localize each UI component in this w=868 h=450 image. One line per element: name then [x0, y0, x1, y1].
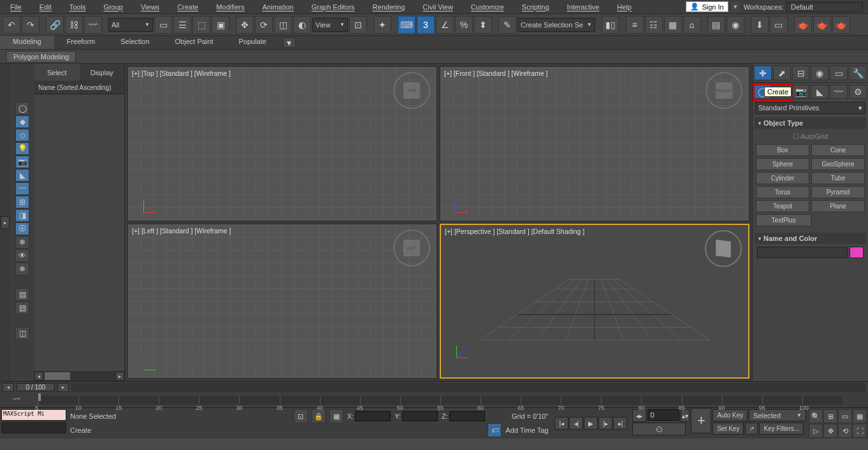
add-time-tag[interactable]: Add Time Tag	[505, 426, 548, 434]
time-tag-icon[interactable]: 🏷	[488, 423, 502, 437]
viewcube-persp[interactable]	[705, 230, 742, 267]
render-frame-button[interactable]: ▭	[770, 16, 788, 34]
use-pivot-center-button[interactable]: ⊡	[349, 16, 367, 34]
align-button[interactable]: ≡	[626, 16, 644, 34]
scene-name-header[interactable]: Name (Sorted Ascending)	[34, 82, 124, 94]
filter-groups-icon[interactable]: ⊞	[15, 196, 29, 208]
object-color-swatch[interactable]	[850, 247, 864, 258]
hierarchy-panel-tab[interactable]: ⊟	[792, 66, 810, 80]
viewport-perspective[interactable]: [+] [Perspective ] [Standard ] [Default …	[440, 224, 749, 379]
helpers-category-tab[interactable]: 〰	[830, 85, 848, 99]
ribbon-minimize-button[interactable]: ▾	[283, 38, 296, 48]
menu-create[interactable]: Create	[168, 2, 207, 12]
selection-lock-toggle[interactable]: ⊡	[294, 409, 308, 423]
view-add-icon[interactable]: ▤	[15, 301, 29, 314]
current-frame-indicator[interactable]	[38, 393, 41, 401]
primitive-type-dropdown[interactable]: Standard Primitives▾	[755, 102, 865, 114]
key-filters-selected[interactable]: Selected▼	[749, 409, 806, 421]
menu-edit[interactable]: Edit	[31, 2, 61, 12]
ribbon-objpaint-tab[interactable]: Object Paint	[163, 36, 226, 49]
menu-interactive[interactable]: Interactive	[558, 2, 609, 12]
zoom-extents-all-button[interactable]: ▦	[853, 409, 867, 423]
view-list-icon[interactable]: ▤	[15, 288, 29, 301]
ribbon-modeling-tab[interactable]: Modeling	[0, 36, 54, 49]
abs-rel-toggle[interactable]: ▦	[329, 409, 344, 423]
textplus-button[interactable]: TextPlus	[756, 214, 811, 226]
menu-graph-editors[interactable]: Graph Editors	[303, 2, 364, 12]
time-config-button[interactable]: ⏲	[632, 423, 686, 435]
edit-named-sel-button[interactable]: ✎	[498, 16, 516, 34]
menu-modifiers[interactable]: Modifiers	[207, 2, 254, 12]
object-type-rollout-header[interactable]: Object Type	[755, 117, 866, 129]
filter-xrefs-icon[interactable]: ◨	[15, 209, 29, 222]
select-move-button[interactable]: ✥	[236, 16, 254, 34]
link-button[interactable]: 🔗	[46, 16, 64, 34]
filter-lights-icon[interactable]: 💡	[15, 142, 29, 155]
render-online-button[interactable]: 🫖	[832, 16, 850, 34]
mirror-button[interactable]: ▮▯	[602, 16, 619, 34]
select-by-name-button[interactable]: ☰	[173, 16, 191, 34]
select-object-button[interactable]: ▭	[154, 16, 172, 34]
viewcube-top[interactable]: TOP	[393, 72, 430, 109]
select-scale-button[interactable]: ◫	[274, 16, 292, 34]
y-input[interactable]	[402, 411, 438, 421]
next-frame-button[interactable]: |▸	[598, 417, 612, 430]
pan-button[interactable]: ✥	[823, 424, 837, 438]
menu-customize[interactable]: Customize	[462, 2, 513, 12]
select-place-button[interactable]: ◐	[293, 16, 311, 34]
timeslider-next[interactable]: ▸	[57, 383, 69, 392]
tube-button[interactable]: Tube	[811, 172, 865, 184]
goto-end-button[interactable]: ▸|	[613, 417, 627, 430]
zoom-button[interactable]: 🔍	[809, 409, 823, 423]
torus-button[interactable]: Torus	[756, 186, 809, 198]
maxscript-listener[interactable]: MAXScript Mi	[1, 409, 66, 421]
keyboard-shortcut-toggle[interactable]: ⌨	[398, 16, 416, 34]
undo-button[interactable]: ↶	[3, 16, 20, 34]
display-frozen-icon[interactable]: ❄	[15, 263, 29, 275]
zoom-all-button[interactable]: ⊞	[823, 409, 837, 423]
menu-help[interactable]: Help	[608, 2, 640, 12]
create-panel-tab[interactable]: ✚	[754, 66, 772, 80]
trackbar-toggle-icon[interactable]: 〰	[13, 395, 20, 404]
bind-spacewarp-button[interactable]: 〰	[84, 16, 102, 34]
name-color-rollout-header[interactable]: Name and Color	[755, 233, 866, 244]
current-frame-input[interactable]	[647, 409, 679, 421]
set-key-big-button[interactable]: +	[691, 408, 711, 433]
teapot-button[interactable]: Teapot	[756, 200, 809, 212]
redo-button[interactable]: ↷	[22, 16, 40, 34]
selection-filter[interactable]: All▼	[108, 18, 153, 32]
prev-frame-button[interactable]: ◂|	[569, 417, 583, 430]
sign-in-dropdown[interactable]: ▾	[731, 1, 740, 12]
menu-animation[interactable]: Animation	[254, 2, 303, 12]
render-setup-button[interactable]: ⬇	[751, 16, 769, 34]
cameras-category-tab[interactable]: ◣	[811, 85, 828, 99]
x-input[interactable]	[355, 411, 391, 421]
toggle-ribbon-button[interactable]: ▦	[664, 16, 682, 34]
world-explorer-toggle[interactable]: ▸	[0, 64, 10, 381]
collapse-icon[interactable]: ◫	[15, 327, 29, 340]
polygon-modeling-panel[interactable]: Polygon Modeling	[6, 51, 76, 62]
material-editor-button[interactable]: ◉	[727, 16, 744, 34]
filter-bones-icon[interactable]: ⦿	[15, 222, 29, 235]
utilities-panel-tab[interactable]: 🔧	[849, 66, 867, 80]
angle-snap-toggle[interactable]: ∠	[436, 16, 454, 34]
cone-button[interactable]: Cone	[811, 144, 865, 156]
menu-rendering[interactable]: Rendering	[364, 2, 414, 12]
filter-cameras-icon[interactable]: 📷	[15, 156, 29, 168]
layers-button[interactable]: ☷	[645, 16, 663, 34]
autogrid-checkbox[interactable]: ☐ AutoGrid	[756, 131, 865, 142]
filter-helpers-icon[interactable]: ◣	[15, 169, 29, 182]
key-filters-button[interactable]: Key Filters...	[759, 423, 804, 435]
window-crossing-button[interactable]: ▣	[212, 16, 229, 34]
rect-region-button[interactable]: ⬚	[192, 16, 210, 34]
isolate-toggle[interactable]: 🔒	[312, 409, 326, 423]
viewport-persp-label[interactable]: [+] [Perspective ] [Standard ] [Default …	[445, 228, 584, 235]
ribbon-populate-tab[interactable]: Populate	[226, 36, 278, 49]
key-tangents-button[interactable]: ↗	[745, 423, 758, 435]
scene-tree[interactable]	[34, 94, 124, 371]
viewport-left-label[interactable]: [+] [Left ] [Standard ] [Wireframe ]	[132, 227, 231, 235]
timeslider-frame-label[interactable]: 0 / 100	[17, 383, 55, 391]
percent-snap-toggle[interactable]: %	[455, 16, 473, 34]
viewport-top[interactable]: [+] [Top ] [Standard ] [Wireframe ] TOP	[127, 66, 437, 221]
object-name-input[interactable]	[757, 247, 848, 258]
